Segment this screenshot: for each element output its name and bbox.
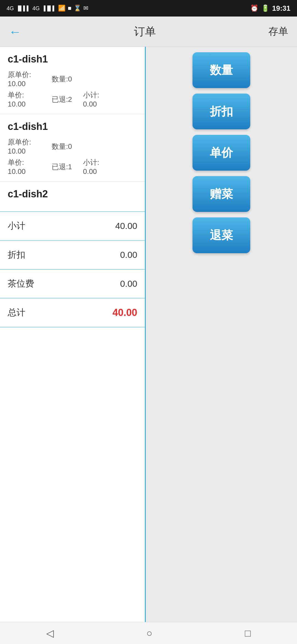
quantity-display-1: 数量:0	[52, 74, 72, 84]
returned-display-1: 已退:2	[52, 95, 72, 104]
summary-total-row: 总计 40.00	[0, 298, 145, 327]
dish-name-1: c1-dish1	[8, 53, 137, 65]
page-title: 订单	[134, 24, 156, 39]
dish-item-2[interactable]: c1-dish1 原单价: 10.00 数量:0 单价: 10.00	[0, 114, 145, 182]
quantity-button[interactable]: 数量	[193, 52, 250, 88]
unit-price-cell-2: 单价: 10.00	[8, 158, 41, 176]
dish-details-1: 原单价: 10.00 数量:0 单价: 10.00 已退:2	[8, 70, 137, 108]
main-content: c1-dish1 原单价: 10.00 数量:0 单价: 10.00	[0, 47, 297, 622]
nfc-icon: ■	[68, 5, 71, 12]
subtotal-label: 小计	[8, 220, 25, 232]
dish-name-2: c1-dish1	[8, 121, 137, 132]
clock-icon: ⏰	[250, 4, 258, 12]
app-header: ← 订单 存单	[0, 17, 297, 47]
discount-value: 0.00	[120, 250, 137, 260]
nav-home-icon[interactable]: ○	[146, 627, 152, 639]
signal-bars-icon: ▐▌▌▌	[16, 6, 30, 11]
battery-icon: 🔋	[261, 4, 270, 12]
unit-price-label-2: 单价:	[8, 158, 41, 167]
tea-fee-label: 茶位费	[8, 278, 34, 290]
summary-tea-fee-row: 茶位费 0.00	[0, 269, 145, 298]
original-price-label-1: 原单价:	[8, 70, 41, 80]
nav-back-icon[interactable]: ◁	[46, 627, 54, 639]
summary-subtotal-row: 小计 40.00	[0, 212, 145, 241]
dish-name-simple: c1-dish2	[8, 188, 137, 200]
subtotal-display-1: 小计:0.00	[83, 90, 99, 108]
original-price-value-2: 10.00	[8, 147, 41, 155]
total-value: 40.00	[112, 307, 137, 318]
tea-fee-value: 0.00	[120, 279, 137, 289]
total-label: 总计	[8, 307, 25, 319]
quantity-display-2: 数量:0	[52, 142, 72, 151]
subtotal-value: 40.00	[115, 221, 137, 231]
unit-price-button[interactable]: 单价	[193, 135, 250, 171]
unit-price-label-1: 单价:	[8, 90, 41, 100]
signal-bars-2-icon: ▐▐▌▌	[42, 6, 56, 11]
status-time: 19:31	[272, 4, 291, 13]
dish-details-2: 原单价: 10.00 数量:0 单价: 10.00 已退:1	[8, 137, 137, 176]
nav-bar: ◁ ○ □	[0, 622, 297, 644]
status-bar: 4G ▐▌▌▌ 4G ▐▐▌▌ 📶 ■ ⌛ ✉ ⏰ 🔋 19:31	[0, 0, 297, 17]
subtotal-display-2: 小计:0.00	[83, 158, 99, 176]
discount-button[interactable]: 折扣	[193, 94, 250, 129]
unit-price-value-1: 10.00	[8, 100, 41, 108]
unit-price-value-2: 10.00	[8, 167, 41, 176]
signal-4g-icon: 4G	[7, 5, 14, 12]
dish-row-2-top: 原单价: 10.00 数量:0	[8, 137, 137, 155]
return-dish-button[interactable]: 退菜	[193, 217, 250, 253]
action-panel: 数量 折扣 单价 赠菜 退菜	[146, 47, 297, 622]
dish-row-2-bottom: 单价: 10.00 已退:1 小计:0.00	[8, 158, 137, 176]
original-price-cell-2: 原单价: 10.00	[8, 137, 41, 155]
nav-recents-icon[interactable]: □	[245, 627, 251, 639]
discount-label: 折扣	[8, 249, 25, 261]
wifi-icon: 📶	[58, 5, 65, 12]
dish-row-1-top: 原单价: 10.00 数量:0	[8, 70, 137, 88]
status-right-icons: ⏰ 🔋 19:31	[250, 4, 291, 13]
message-icon: ✉	[83, 5, 88, 12]
save-order-button[interactable]: 存单	[268, 25, 288, 38]
signal-4g-2-icon: 4G	[32, 5, 40, 12]
status-left-icons: 4G ▐▌▌▌ 4G ▐▐▌▌ 📶 ■ ⌛ ✉	[7, 5, 88, 12]
original-price-cell-1: 原单价: 10.00	[8, 70, 41, 88]
dish-item-1[interactable]: c1-dish1 原单价: 10.00 数量:0 单价: 10.00	[0, 47, 145, 114]
alarm-icon: ⌛	[74, 5, 81, 12]
returned-display-2: 已退:1	[52, 162, 72, 172]
dish-row-1-bottom: 单价: 10.00 已退:2 小计:0.00	[8, 90, 137, 108]
summary-discount-row: 折扣 0.00	[0, 241, 145, 269]
unit-price-cell-1: 单价: 10.00	[8, 90, 41, 108]
original-price-value-1: 10.00	[8, 80, 41, 88]
order-panel: c1-dish1 原单价: 10.00 数量:0 单价: 10.00	[0, 47, 146, 622]
gift-dish-button[interactable]: 赠菜	[193, 176, 250, 212]
original-price-label-2: 原单价:	[8, 137, 41, 147]
dish-item-simple[interactable]: c1-dish2	[0, 182, 145, 212]
back-button[interactable]: ←	[9, 24, 21, 39]
